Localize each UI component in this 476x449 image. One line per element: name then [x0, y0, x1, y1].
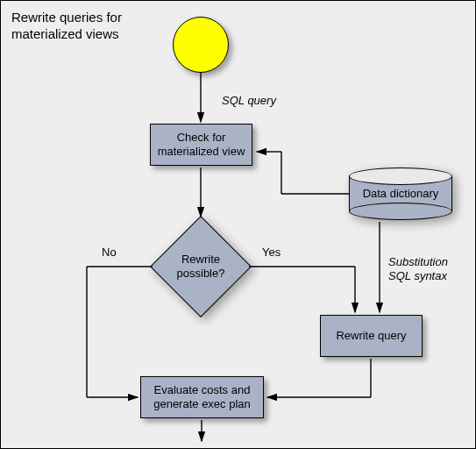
decision-label: Rewrite possible?: [177, 253, 225, 282]
title-line1: Rewrite queries for: [11, 10, 122, 25]
evaluate-label: Evaluate costs and generate exec plan: [153, 383, 251, 412]
start-node: [173, 17, 229, 73]
substitution-label: Substitution SQL syntax: [388, 255, 448, 282]
no-label: No: [102, 246, 117, 259]
rewrite-node: Rewrite query: [320, 315, 423, 357]
evaluate-node: Evaluate costs and generate exec plan: [140, 376, 264, 418]
rewrite-label: Rewrite query: [336, 329, 406, 343]
dictionary-node: Data dictionary: [349, 167, 452, 220]
diagram-title: Rewrite queries for materialized views: [11, 10, 122, 43]
dictionary-label: Data dictionary: [363, 187, 439, 200]
title-line2: materialized views: [11, 26, 119, 41]
substitution-line2: SQL syntax: [388, 269, 447, 282]
diagram-canvas: Rewrite queries for materialized views C…: [0, 0, 476, 449]
check-label: Check for materialized view: [158, 131, 245, 160]
sql-query-label: SQL query: [222, 94, 276, 107]
check-node: Check for materialized view: [150, 124, 252, 166]
yes-label: Yes: [262, 246, 281, 259]
decision-node: Rewrite possible?: [153, 218, 249, 315]
substitution-line1: Substitution: [388, 255, 448, 268]
